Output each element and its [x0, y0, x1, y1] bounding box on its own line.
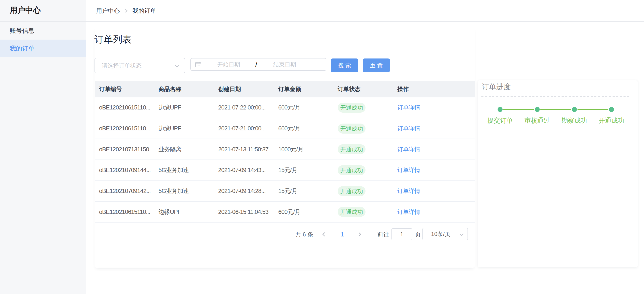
step-dot [498, 107, 502, 112]
step-label: 审核通过 [524, 116, 551, 125]
table-header: 订单编号商品名称创建日期订单金额订单状态操作 [95, 81, 475, 97]
column-header: 订单状态 [338, 81, 360, 97]
cell-created-date: 2021-07-09 14:28... [218, 181, 266, 201]
status-badge: 开通成功 [338, 165, 366, 175]
cell-product-name: 边缘UPF [158, 202, 181, 222]
table-row: oBE120210709142...5G业务加速2021-07-09 14:28… [95, 181, 475, 202]
progress-divider [482, 96, 631, 97]
cell-created-date: 2021-07-09 14:43... [218, 160, 266, 180]
chevron-down-icon [459, 233, 464, 238]
calendar-icon [195, 61, 202, 68]
cell-order-id: oBE120210615110... [99, 97, 150, 118]
cell-order-id: oBE120210709142... [99, 181, 150, 201]
page: 用户中心 账号信息 我的订单 用户中心 我的订单 订单列表 请选择订单状态 开始… [0, 0, 644, 294]
column-header: 订单金额 [278, 81, 301, 97]
cell-product-name: 5G业务加速 [158, 181, 189, 201]
page-title: 订单列表 [94, 33, 132, 45]
column-header: 创建日期 [218, 81, 241, 97]
step-dot [609, 107, 614, 112]
column-header: 订单编号 [99, 81, 122, 97]
order-detail-link[interactable]: 订单详情 [398, 97, 420, 118]
cell-order-amount: 600元/月 [278, 97, 300, 118]
pagination-goto-input[interactable]: 1 [392, 228, 412, 240]
table-row: oBE120210709144...5G业务加速2021-07-09 14:43… [95, 160, 475, 181]
step-connector [578, 109, 608, 110]
cell-product-name: 业务隔离 [158, 139, 181, 160]
cell-product-name: 边缘UPF [158, 118, 181, 139]
pagination-prev-icon[interactable] [322, 231, 326, 239]
step-label: 提交订单 [486, 116, 514, 125]
cell-created-date: 2021-07-21 00:00... [218, 118, 266, 139]
status-badge: 开通成功 [338, 207, 366, 217]
step-connector [540, 109, 571, 110]
step-connector [503, 109, 534, 110]
pagination-page-1[interactable]: 1 [341, 230, 344, 239]
column-header: 操作 [398, 81, 409, 97]
date-end-input[interactable]: 结束日期 [273, 58, 296, 71]
date-range-picker[interactable] [190, 58, 326, 71]
cell-order-amount: 1000元/月 [278, 139, 303, 160]
status-badge: 开通成功 [338, 103, 366, 113]
order-detail-link[interactable]: 订单详情 [398, 139, 420, 160]
pagination-goto-label: 前往 [377, 230, 389, 239]
breadcrumb-item-my-orders: 我的订单 [132, 7, 156, 15]
breadcrumb: 用户中心 我的订单 [96, 0, 156, 21]
order-detail-link[interactable]: 订单详情 [398, 181, 420, 201]
order-detail-link[interactable]: 订单详情 [398, 202, 420, 222]
step-dot [535, 107, 540, 112]
order-progress-title: 订单进度 [482, 82, 511, 91]
pagination-total: 共 6 条 [295, 230, 313, 239]
order-detail-link[interactable]: 订单详情 [398, 118, 420, 139]
order-status-placeholder: 请选择订单状态 [102, 58, 142, 73]
table-row: oBE1202107131150...业务隔离2021-07-13 11:50:… [95, 139, 475, 160]
pagination-page-unit: 页 [415, 230, 421, 239]
cell-order-id: oBE120210615110... [99, 202, 150, 222]
cell-product-name: 边缘UPF [158, 97, 181, 118]
table-row: oBE120210615110...边缘UPF2021-07-22 00:00.… [95, 97, 475, 118]
status-badge: 开通成功 [338, 124, 366, 134]
date-separator: / [255, 58, 257, 71]
cell-order-id: oBE120210615110... [99, 118, 150, 139]
search-button[interactable]: 搜 索 [331, 58, 358, 72]
pagination-next-icon[interactable] [358, 231, 362, 239]
sidebar-title: 用户中心 [10, 5, 41, 15]
breadcrumb-item-user-center[interactable]: 用户中心 [96, 7, 120, 15]
step-dot [572, 107, 577, 112]
breadcrumb-separator-icon [124, 7, 128, 14]
cell-order-id: oBE1202107131150... [99, 139, 153, 160]
reset-button[interactable]: 重 置 [363, 58, 390, 72]
cell-created-date: 2021-07-22 00:00... [218, 97, 266, 118]
chevron-down-icon [174, 64, 180, 69]
column-header: 商品名称 [158, 81, 181, 97]
sidebar-item-my-orders[interactable]: 我的订单 [0, 40, 86, 57]
status-badge: 开通成功 [338, 186, 366, 196]
cell-order-amount: 600元/月 [278, 202, 300, 222]
step-label: 开通成功 [598, 116, 625, 125]
cell-order-amount: 600元/月 [278, 118, 300, 139]
sidebar-item-account-info[interactable]: 账号信息 [0, 22, 86, 40]
cell-created-date: 2021-06-15 11:04:53 [218, 202, 268, 222]
page-size-value: 10条/页 [431, 228, 450, 240]
cell-created-date: 2021-07-13 11:50:37 [218, 139, 268, 160]
table-row: oBE120210615110...边缘UPF2021-07-21 00:00.… [95, 118, 475, 139]
cell-order-amount: 15元/月 [278, 181, 297, 201]
table-row: oBE120210615110...边缘UPF2021-06-15 11:04:… [95, 202, 475, 223]
cell-order-amount: 15元/月 [278, 160, 297, 180]
step-label: 勘察成功 [561, 116, 588, 125]
cell-product-name: 5G业务加速 [158, 160, 189, 180]
date-start-input[interactable]: 开始日期 [217, 58, 240, 71]
order-detail-link[interactable]: 订单详情 [398, 160, 420, 180]
status-badge: 开通成功 [338, 144, 366, 154]
header-divider [0, 21, 644, 22]
cell-order-id: oBE120210709144... [99, 160, 150, 180]
